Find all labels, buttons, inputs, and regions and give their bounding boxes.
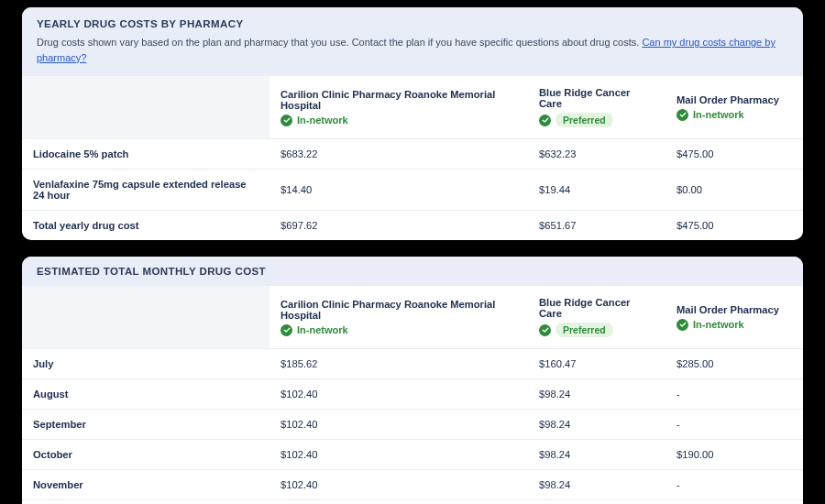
yearly-card-title: YEARLY DRUG COSTS BY PHARMACY bbox=[37, 18, 788, 29]
table-row: August$102.40$98.24- bbox=[22, 379, 803, 410]
cost-cell: $102.40 bbox=[270, 379, 528, 410]
row-label: September bbox=[22, 410, 270, 440]
cost-cell: $102.40 bbox=[270, 410, 528, 440]
cost-cell: $19.44 bbox=[528, 170, 666, 211]
cost-cell: $185.62 bbox=[270, 349, 528, 379]
cost-cell: $98.24 bbox=[528, 379, 666, 410]
row-label: July bbox=[22, 349, 270, 379]
monthly-table-head: Carilion Clinic Pharmacy Roanoke Memoria… bbox=[22, 286, 803, 349]
empty-corner bbox=[22, 286, 270, 349]
row-label: Venlafaxine 75mg capsule extended releas… bbox=[22, 170, 270, 211]
table-row: September$102.40$98.24- bbox=[22, 410, 803, 440]
cost-cell: $0.00 bbox=[666, 170, 803, 211]
cost-cell: - bbox=[666, 470, 803, 500]
table-row: Total yearly drug cost$697.62$651.67$475… bbox=[22, 211, 803, 241]
check-circle-icon bbox=[280, 324, 292, 336]
check-circle-icon bbox=[280, 115, 292, 126]
monthly-costs-table: Carilion Clinic Pharmacy Roanoke Memoria… bbox=[22, 286, 803, 504]
row-label: December bbox=[22, 500, 270, 505]
pharmacy-name: Carilion Clinic Pharmacy Roanoke Memoria… bbox=[280, 89, 517, 111]
yearly-desc-text: Drug costs shown vary based on the plan … bbox=[37, 37, 642, 48]
pharmacy-name: Blue Ridge Cancer Care bbox=[539, 297, 654, 319]
check-circle-icon bbox=[539, 115, 551, 126]
in-network-label: In-network bbox=[693, 319, 744, 330]
pharmacy-name: Blue Ridge Cancer Care bbox=[539, 87, 654, 109]
check-circle-icon bbox=[676, 319, 688, 331]
table-row: July$185.62$160.47$285.00 bbox=[22, 349, 803, 379]
cost-cell: $102.40 bbox=[270, 500, 528, 505]
pharmacy-column-header: Blue Ridge Cancer CarePreferred bbox=[528, 286, 666, 349]
cost-cell: $475.00 bbox=[666, 211, 803, 241]
pharmacy-column-header: Carilion Clinic Pharmacy Roanoke Memoria… bbox=[270, 76, 528, 139]
row-label: October bbox=[22, 440, 270, 470]
pharmacy-column-header: Blue Ridge Cancer CarePreferred bbox=[528, 76, 666, 139]
cost-cell: $98.24 bbox=[528, 440, 666, 470]
row-label: Total yearly drug cost bbox=[22, 211, 270, 241]
cost-cell: $160.47 bbox=[528, 349, 666, 379]
monthly-costs-card: ESTIMATED TOTAL MONTHLY DRUG COST Carili… bbox=[22, 257, 803, 504]
pharmacy-column-header: Mail Order PharmacyIn-network bbox=[666, 286, 803, 349]
yearly-card-desc: Drug costs shown vary based on the plan … bbox=[37, 35, 788, 65]
table-row: December$102.40$98.24- bbox=[22, 500, 803, 505]
cost-cell: $14.40 bbox=[270, 170, 528, 211]
cost-cell: $98.24 bbox=[528, 500, 666, 505]
pharmacy-status: In-network bbox=[676, 319, 792, 331]
table-row: October$102.40$98.24$190.00 bbox=[22, 440, 803, 470]
pharmacy-status: Preferred bbox=[539, 113, 654, 127]
pharmacy-name: Carilion Clinic Pharmacy Roanoke Memoria… bbox=[280, 299, 517, 321]
cost-cell: $683.22 bbox=[270, 139, 528, 170]
cost-cell: - bbox=[666, 379, 803, 410]
monthly-card-title: ESTIMATED TOTAL MONTHLY DRUG COST bbox=[37, 266, 788, 277]
in-network-label: In-network bbox=[297, 324, 348, 335]
pharmacy-status: In-network bbox=[280, 324, 517, 336]
cost-cell: $102.40 bbox=[270, 440, 528, 470]
cost-cell: $475.00 bbox=[666, 139, 803, 170]
cost-cell: $98.24 bbox=[528, 470, 666, 500]
cost-cell: - bbox=[666, 500, 803, 505]
check-circle-icon bbox=[539, 324, 551, 336]
pharmacy-status: In-network bbox=[280, 115, 517, 126]
yearly-card-header: YEARLY DRUG COSTS BY PHARMACY Drug costs… bbox=[22, 7, 803, 76]
cost-cell: $98.24 bbox=[528, 410, 666, 440]
row-label: November bbox=[22, 470, 270, 500]
table-row: Venlafaxine 75mg capsule extended releas… bbox=[22, 170, 803, 211]
empty-corner bbox=[22, 76, 270, 139]
cost-cell: $697.62 bbox=[270, 211, 528, 241]
monthly-table-body: July$185.62$160.47$285.00August$102.40$9… bbox=[22, 349, 803, 505]
cost-cell: $651.67 bbox=[528, 211, 666, 241]
yearly-costs-card: YEARLY DRUG COSTS BY PHARMACY Drug costs… bbox=[22, 7, 803, 240]
row-label: Lidocaine 5% patch bbox=[22, 139, 270, 170]
in-network-label: In-network bbox=[297, 115, 348, 126]
preferred-badge: Preferred bbox=[556, 113, 613, 127]
pharmacy-status: In-network bbox=[676, 109, 792, 121]
table-row: November$102.40$98.24- bbox=[22, 470, 803, 500]
pharmacy-status: Preferred bbox=[539, 323, 654, 337]
monthly-card-header: ESTIMATED TOTAL MONTHLY DRUG COST bbox=[22, 257, 803, 286]
cost-cell: $632.23 bbox=[528, 139, 666, 170]
pharmacy-name: Mail Order Pharmacy bbox=[676, 94, 792, 105]
table-row: Lidocaine 5% patch$683.22$632.23$475.00 bbox=[22, 139, 803, 170]
cost-cell: $190.00 bbox=[666, 440, 803, 470]
pharmacy-column-header: Mail Order PharmacyIn-network bbox=[666, 76, 803, 139]
yearly-table-head: Carilion Clinic Pharmacy Roanoke Memoria… bbox=[22, 76, 803, 139]
yearly-costs-table: Carilion Clinic Pharmacy Roanoke Memoria… bbox=[22, 76, 803, 240]
cost-cell: - bbox=[666, 410, 803, 440]
check-circle-icon bbox=[676, 109, 688, 121]
in-network-label: In-network bbox=[693, 109, 744, 120]
cost-cell: $285.00 bbox=[666, 349, 803, 379]
cost-cell: $102.40 bbox=[270, 470, 528, 500]
pharmacy-column-header: Carilion Clinic Pharmacy Roanoke Memoria… bbox=[270, 286, 528, 349]
preferred-badge: Preferred bbox=[556, 323, 613, 337]
yearly-table-body: Lidocaine 5% patch$683.22$632.23$475.00V… bbox=[22, 139, 803, 241]
pharmacy-name: Mail Order Pharmacy bbox=[676, 304, 792, 315]
row-label: August bbox=[22, 379, 270, 410]
